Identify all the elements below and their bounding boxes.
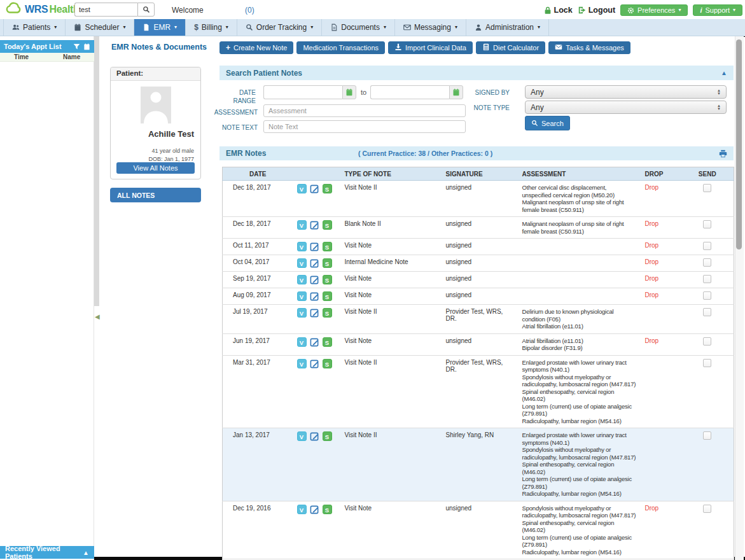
vertical-scrollbar-thumb[interactable]	[736, 39, 742, 249]
note-assessment: Other cervical disc displacement, unspec…	[519, 181, 640, 217]
view-note-button[interactable]: V	[297, 308, 307, 318]
drop-note-link[interactable]: Drop	[645, 258, 659, 265]
send-checkbox[interactable]	[703, 184, 711, 192]
send-checkbox[interactable]	[703, 220, 711, 228]
nav-item-emr[interactable]: EMR ▾	[134, 19, 186, 36]
appt-list-column-headers: Time Name	[0, 53, 94, 62]
todays-appt-list-header[interactable]: Today's Appt List	[0, 40, 94, 53]
edit-note-button[interactable]	[310, 505, 319, 514]
assessment-input[interactable]	[263, 104, 466, 117]
drop-note-link[interactable]: Drop	[645, 291, 659, 298]
sign-note-button[interactable]: S	[323, 275, 332, 284]
drop-note-link[interactable]: Drop	[645, 242, 659, 249]
view-note-button[interactable]: V	[297, 258, 307, 268]
date-to-input[interactable]	[370, 85, 449, 99]
all-notes-button[interactable]: ALL NOTES	[110, 188, 201, 202]
sign-note-button[interactable]: S	[323, 291, 332, 301]
lock-button[interactable]: Lock	[543, 6, 573, 15]
create-new-note-button[interactable]: + Create New Note	[219, 41, 293, 54]
collapse-panel-icon[interactable]: ▲	[721, 69, 727, 76]
sign-note-button[interactable]: S	[323, 337, 332, 347]
drop-note-link[interactable]: Drop	[645, 505, 659, 512]
send-checkbox[interactable]	[703, 431, 711, 440]
nav-item-administration[interactable]: Administration ▾	[466, 19, 549, 36]
edit-note-button[interactable]	[310, 308, 319, 318]
send-checkbox[interactable]	[703, 291, 711, 300]
view-note-button[interactable]: V	[297, 220, 307, 230]
note-signature: unsigned	[442, 501, 519, 559]
sign-note-button[interactable]: S	[323, 431, 332, 441]
search-notes-button[interactable]: Search	[525, 116, 570, 130]
filter-icon[interactable]	[73, 43, 80, 50]
note-date: Aug 09, 2017	[223, 288, 293, 305]
sign-note-button[interactable]: S	[323, 242, 332, 251]
send-checkbox[interactable]	[703, 242, 711, 250]
edit-note-button[interactable]	[310, 242, 319, 251]
chevron-down-icon: ▾	[174, 25, 177, 30]
drop-note-link[interactable]: Drop	[645, 275, 659, 282]
signed-by-select[interactable]: Any ▲▼	[525, 85, 727, 99]
drop-note-link[interactable]: Drop	[645, 220, 659, 227]
diet-calculator-button[interactable]: Diet Calculator	[476, 41, 545, 54]
edit-note-button[interactable]	[310, 184, 319, 193]
send-checkbox[interactable]	[703, 337, 711, 346]
send-checkbox[interactable]	[703, 258, 711, 267]
view-note-button[interactable]: V	[297, 275, 307, 284]
date-from-calendar-button[interactable]	[342, 85, 356, 99]
send-checkbox[interactable]	[703, 275, 711, 283]
sign-note-button[interactable]: S	[323, 308, 332, 318]
nav-item-billing[interactable]: $ Billing ▾	[186, 19, 237, 36]
view-note-button[interactable]: V	[297, 337, 307, 347]
tasks-messages-button[interactable]: Tasks & Messages	[548, 41, 630, 54]
note-assessment: Malignant neoplasm of unsp site of right…	[519, 217, 640, 239]
send-checkbox[interactable]	[703, 359, 711, 367]
send-checkbox[interactable]	[703, 308, 711, 316]
edit-note-button[interactable]	[310, 291, 319, 301]
nav-item-scheduler[interactable]: Scheduler ▾	[66, 19, 134, 36]
note-assessment: Delirium due to known physiological cond…	[519, 305, 640, 334]
global-search-input[interactable]	[74, 3, 137, 17]
edit-note-button[interactable]	[310, 431, 319, 441]
nav-item-messaging[interactable]: Messaging ▾	[395, 19, 466, 36]
logout-button[interactable]: Logout	[578, 6, 615, 15]
note-type-select[interactable]: Any ▲▼	[525, 101, 727, 114]
edit-note-button[interactable]	[310, 337, 319, 347]
edit-note-button[interactable]	[310, 220, 319, 230]
view-note-button[interactable]: V	[297, 184, 307, 193]
view-all-notes-button[interactable]: View All Notes	[116, 162, 195, 174]
sidebar-scrollbar[interactable]	[94, 36, 99, 306]
view-note-button[interactable]: V	[297, 431, 307, 441]
medication-transactions-button[interactable]: Medication Transactions	[296, 41, 385, 54]
support-button[interactable]: i Support▾	[693, 4, 742, 16]
note-date: Mar 31, 2017	[223, 355, 293, 428]
view-note-button[interactable]: V	[297, 242, 307, 251]
preferences-button[interactable]: Preferences▾	[620, 4, 688, 16]
search-patient-notes-header[interactable]: Search Patient Notes ▲	[219, 66, 734, 80]
view-note-button[interactable]: V	[297, 505, 307, 514]
message-count-link[interactable]: (0)	[245, 6, 254, 15]
recently-viewed-patients-bar[interactable]: Recently Viewed Patients ▲	[0, 546, 94, 559]
note-text-input[interactable]	[263, 120, 466, 133]
drop-note-link[interactable]: Drop	[645, 337, 659, 344]
nav-item-order-tracking[interactable]: Order Tracking ▾	[237, 19, 322, 36]
import-clinical-data-button[interactable]: Import Clinical Data	[388, 41, 473, 54]
print-icon[interactable]	[719, 150, 727, 158]
edit-note-button[interactable]	[310, 359, 319, 368]
send-checkbox[interactable]	[703, 505, 711, 513]
view-note-button[interactable]: V	[297, 291, 307, 301]
edit-note-button[interactable]	[310, 258, 319, 268]
calendar-icon[interactable]	[83, 43, 90, 50]
sign-note-button[interactable]: S	[323, 359, 332, 368]
sign-note-button[interactable]: S	[323, 505, 332, 514]
sign-note-button[interactable]: S	[323, 184, 332, 193]
sign-note-button[interactable]: S	[323, 258, 332, 268]
nav-item-patients[interactable]: Patients ▾	[3, 19, 66, 36]
edit-note-button[interactable]	[310, 275, 319, 284]
view-note-button[interactable]: V	[297, 359, 307, 368]
nav-item-documents[interactable]: Documents ▾	[322, 19, 395, 36]
date-from-input[interactable]	[263, 85, 342, 99]
global-search-button[interactable]	[137, 3, 155, 17]
sidebar-collapse-arrow-icon[interactable]: ◀	[95, 313, 100, 320]
drop-note-link[interactable]: Drop	[645, 184, 659, 191]
sign-note-button[interactable]: S	[323, 220, 332, 230]
